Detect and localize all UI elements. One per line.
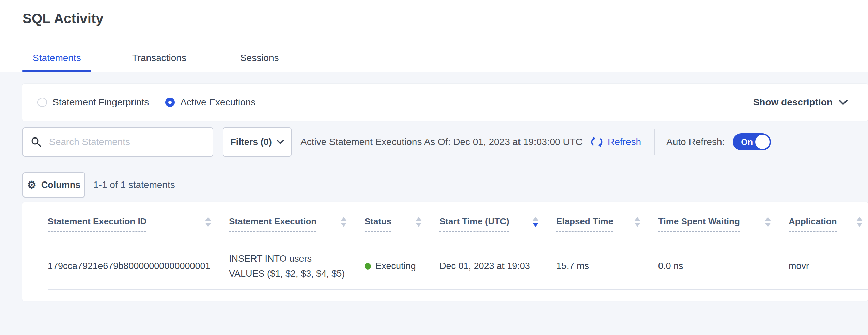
cell-status: Executing xyxy=(365,261,439,272)
filters-label: Filters (0) xyxy=(230,137,272,147)
tab-sessions[interactable]: Sessions xyxy=(230,53,289,72)
sort-arrows-icon[interactable] xyxy=(416,217,422,227)
search-box[interactable] xyxy=(22,127,213,157)
column-label[interactable]: Statement Execution xyxy=(229,216,316,232)
page-title: SQL Activity xyxy=(22,11,104,26)
view-mode-card: Statement Fingerprints Active Executions… xyxy=(22,84,868,121)
column-label[interactable]: Elapsed Time xyxy=(556,216,613,232)
column-header-application[interactable]: Application xyxy=(789,216,868,232)
column-label[interactable]: Time Spent Waiting xyxy=(658,216,740,232)
statement-text: INSERT INTO users VALUES ($1, $2, $3, $4… xyxy=(229,251,347,281)
table-row[interactable]: 179cca7921e679b80000000000000001 INSERT … xyxy=(48,243,868,290)
column-header-start-time[interactable]: Start Time (UTC) xyxy=(439,216,556,232)
radio-label-active-executions: Active Executions xyxy=(180,97,255,108)
column-label[interactable]: Start Time (UTC) xyxy=(439,216,509,232)
column-label[interactable]: Status xyxy=(365,216,391,232)
search-icon xyxy=(31,136,42,147)
auto-refresh-toggle[interactable]: On xyxy=(733,133,771,150)
search-input[interactable] xyxy=(49,136,205,147)
columns-button[interactable]: ⚙ Columns xyxy=(22,172,85,198)
column-header-status[interactable]: Status xyxy=(365,216,439,232)
column-header-statement-execution[interactable]: Statement Execution xyxy=(229,216,365,232)
tab-bar: Statements Transactions Sessions xyxy=(22,53,300,72)
tab-transactions[interactable]: Transactions xyxy=(122,53,197,72)
status-dot-icon xyxy=(365,263,371,270)
page-header: SQL Activity Statements Transactions Ses… xyxy=(0,0,868,72)
table-controls: ⚙ Columns 1-1 of 1 statements xyxy=(22,172,175,198)
radio-selected-icon xyxy=(165,98,175,107)
status-label: Executing xyxy=(375,261,416,272)
refresh-icon xyxy=(590,135,604,149)
as-of-timestamp: Active Statement Executions As Of: Dec 0… xyxy=(300,136,583,147)
show-description-button[interactable]: Show description xyxy=(753,97,848,108)
radio-label-statement-fingerprints: Statement Fingerprints xyxy=(52,97,149,108)
table-header-row: Statement Execution ID Statement Executi… xyxy=(48,202,868,243)
radio-statement-fingerprints[interactable]: Statement Fingerprints xyxy=(37,97,149,108)
divider xyxy=(654,129,655,155)
gear-icon: ⚙ xyxy=(27,180,36,190)
cell-execution-id[interactable]: 179cca7921e679b80000000000000001 xyxy=(48,261,229,272)
cell-application: movr xyxy=(789,261,868,272)
radio-active-executions[interactable]: Active Executions xyxy=(165,97,255,108)
column-header-time-spent-waiting[interactable]: Time Spent Waiting xyxy=(658,216,789,232)
column-header-statement-execution-id[interactable]: Statement Execution ID xyxy=(48,216,229,232)
columns-label: Columns xyxy=(41,180,81,190)
sort-arrows-icon[interactable] xyxy=(856,217,863,227)
toggle-state-label: On xyxy=(741,137,753,147)
show-description-label: Show description xyxy=(753,97,833,108)
cell-time-spent-waiting: 0.0 ns xyxy=(658,261,789,272)
chevron-down-icon xyxy=(839,100,848,105)
auto-refresh-label: Auto Refresh: xyxy=(666,136,725,147)
column-header-elapsed-time[interactable]: Elapsed Time xyxy=(556,216,658,232)
cell-elapsed-time: 15.7 ms xyxy=(556,261,658,272)
sort-arrows-icon[interactable] xyxy=(532,217,539,227)
toggle-knob xyxy=(755,135,770,149)
sort-arrows-icon[interactable] xyxy=(341,217,347,227)
filters-button[interactable]: Filters (0) xyxy=(223,127,292,157)
sort-arrows-icon[interactable] xyxy=(634,217,640,227)
column-label[interactable]: Statement Execution ID xyxy=(48,216,146,232)
statements-table: Statement Execution ID Statement Executi… xyxy=(22,202,868,301)
sort-arrows-icon[interactable] xyxy=(765,217,771,227)
cell-statement: INSERT INTO users VALUES ($1, $2, $3, $4… xyxy=(229,251,365,281)
cell-start-time: Dec 01, 2023 at 19:03 xyxy=(439,261,556,272)
chevron-down-icon xyxy=(277,140,284,144)
refresh-button[interactable]: Refresh xyxy=(590,135,641,149)
tab-statements[interactable]: Statements xyxy=(22,53,91,72)
toolbar: Filters (0) Active Statement Executions … xyxy=(22,127,868,157)
column-label[interactable]: Application xyxy=(789,216,837,232)
refresh-label: Refresh xyxy=(608,136,641,147)
radio-unselected-icon xyxy=(37,98,47,107)
sort-arrows-icon[interactable] xyxy=(205,217,211,227)
result-count: 1-1 of 1 statements xyxy=(93,179,175,190)
